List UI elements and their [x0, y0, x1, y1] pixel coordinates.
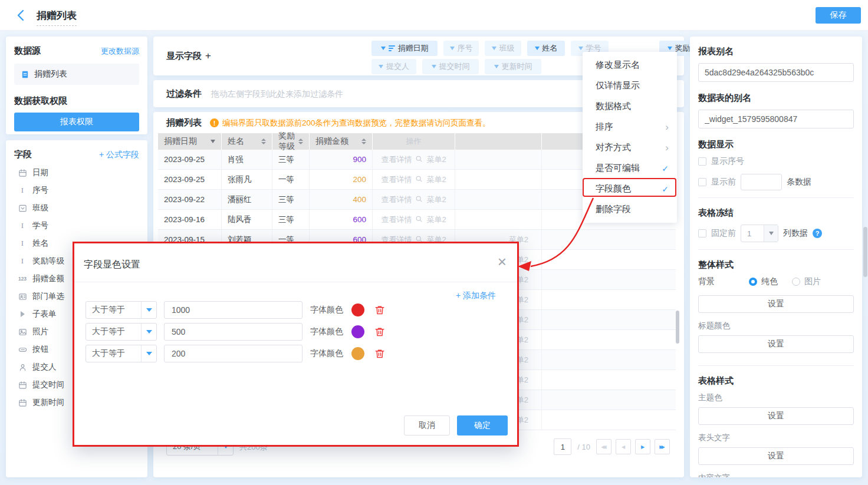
column-header-amount[interactable]: 捐赠金额 — [310, 133, 373, 150]
image-label: 图片 — [804, 276, 821, 287]
table-scrollbar[interactable] — [676, 248, 679, 424]
check-icon: ✓ — [662, 184, 669, 194]
trash-icon[interactable] — [374, 326, 385, 337]
menu-item-sort[interactable]: 排序› — [583, 117, 677, 137]
color-swatch[interactable] — [351, 325, 364, 338]
table-alias-input[interactable] — [698, 110, 854, 128]
field-item-serial[interactable]: I 序号 — [14, 182, 139, 199]
sort-icon[interactable] — [298, 138, 303, 144]
field-item-date[interactable]: 日期 — [14, 164, 139, 182]
page-number-input[interactable] — [554, 438, 571, 455]
close-icon[interactable]: × — [498, 254, 507, 269]
menu-item-detail-only[interactable]: 仅详情显示 — [583, 75, 677, 96]
chip-class[interactable]: 班级 — [485, 41, 521, 56]
column-header-name[interactable]: 姓名 — [222, 133, 272, 150]
menu2-link[interactable]: 菜单2 — [426, 194, 446, 205]
formula-field-link[interactable]: + 公式字段 — [99, 150, 139, 160]
operator-select[interactable]: 大于等于 — [86, 323, 157, 341]
menu-item-align[interactable]: 对齐方式› — [583, 137, 677, 158]
sort-icon[interactable] — [361, 138, 366, 144]
condition-row: 大于等于 字体颜色 — [86, 323, 385, 341]
field-color-modal: 字段显色设置 × + 添加条件 大于等于 字体颜色 大于等于 字体颜色 大于等于… — [73, 242, 519, 447]
fix-first-suffix: 列数据 — [783, 228, 808, 239]
sort-desc-icon — [389, 45, 395, 51]
magnifier-icon[interactable] — [415, 175, 423, 184]
title-color-set-button[interactable]: 设置 — [698, 335, 854, 353]
column-header-date[interactable]: 捐赠日期 — [158, 133, 222, 150]
menu-item-data-format[interactable]: 数据格式 — [583, 96, 677, 117]
magnifier-icon[interactable] — [415, 215, 423, 225]
first-page-button[interactable]: ◀◀ — [596, 439, 611, 454]
filter-dropzone[interactable]: 拖动左侧字段到此处来添加过滤条件 — [211, 89, 343, 100]
subform-expand-icon — [18, 309, 27, 319]
prev-page-button[interactable]: ◀ — [616, 439, 631, 454]
fix-first-checkbox[interactable] — [698, 229, 706, 237]
sort-icon[interactable] — [261, 138, 266, 144]
chip-submit-time[interactable]: 提交时间 — [422, 59, 479, 74]
calendar-icon — [18, 168, 27, 177]
datasource-item[interactable]: 捐赠列表 — [14, 64, 139, 85]
warning-icon: ! — [210, 118, 219, 127]
freeze-label: 表格冻结 — [698, 207, 854, 219]
condition-value-input[interactable] — [164, 345, 303, 362]
next-page-button[interactable]: ▶ — [635, 439, 650, 454]
cancel-button[interactable]: 取消 — [404, 415, 450, 435]
condition-value-input[interactable] — [164, 301, 303, 319]
back-icon[interactable] — [15, 9, 27, 22]
last-page-button[interactable]: ▶▶ — [655, 439, 670, 454]
page-title[interactable]: 捐赠列表 — [37, 9, 77, 26]
theme-color-set-button[interactable]: 设置 — [698, 407, 854, 425]
operator-select[interactable]: 大于等于 — [86, 301, 157, 319]
fix-columns-select[interactable]: 1 — [741, 225, 778, 242]
menu2-link[interactable]: 菜单2 — [426, 174, 446, 185]
confirm-button[interactable]: 确定 — [457, 415, 508, 435]
sort-down-icon[interactable] — [211, 140, 215, 143]
field-item-student-id[interactable]: I 学号 — [14, 217, 139, 235]
report-permission-button[interactable]: 报表权限 — [14, 113, 139, 131]
add-display-field-icon[interactable]: + — [205, 50, 211, 61]
chip-donation-date[interactable]: 捐赠日期 — [371, 41, 438, 56]
menu-item-field-color[interactable]: 字段颜色✓ — [583, 179, 677, 199]
menu-item-editable[interactable]: 是否可编辑✓ — [583, 158, 677, 179]
add-condition-link[interactable]: + 添加条件 — [456, 291, 496, 301]
menu2-link[interactable]: 菜单2 — [426, 215, 446, 225]
magnifier-icon[interactable] — [415, 155, 423, 164]
calendar-icon — [18, 398, 27, 407]
text-icon: I — [18, 256, 27, 266]
trash-icon[interactable] — [374, 348, 385, 359]
show-first-count-input[interactable] — [741, 174, 782, 190]
background-set-button[interactable]: 设置 — [698, 295, 854, 313]
chip-name[interactable]: 姓名 — [527, 41, 565, 56]
operator-select[interactable]: 大于等于 — [86, 345, 157, 362]
chip-serial[interactable]: 序号 — [443, 41, 479, 56]
header-text-set-button[interactable]: 设置 — [698, 447, 854, 465]
menu-item-delete-field[interactable]: 删除字段 — [583, 199, 677, 220]
trash-icon[interactable] — [374, 305, 385, 315]
view-detail-link[interactable]: 查看详情 — [381, 174, 412, 185]
view-detail-link[interactable]: 查看详情 — [381, 154, 412, 165]
menu-item-rename[interactable]: 修改显示名 — [583, 55, 677, 75]
magnifier-icon[interactable] — [415, 195, 423, 204]
chip-update-time[interactable]: 更新时间 — [485, 59, 541, 74]
column-header-grade[interactable]: 奖励等级 — [272, 133, 310, 150]
condition-value-input[interactable] — [164, 323, 303, 341]
report-alias-input[interactable] — [698, 63, 854, 82]
view-detail-link[interactable]: 查看详情 — [381, 194, 412, 205]
show-first-checkbox[interactable] — [698, 178, 706, 186]
color-swatch[interactable] — [351, 303, 364, 316]
solid-radio[interactable] — [749, 278, 757, 286]
show-index-checkbox[interactable] — [698, 157, 706, 166]
menu2-link[interactable]: 菜单2 — [426, 154, 446, 165]
color-swatch[interactable] — [351, 347, 364, 360]
help-icon[interactable]: ? — [813, 229, 822, 238]
save-button[interactable]: 保存 — [816, 7, 861, 24]
filter-label: 过滤条件 — [166, 88, 202, 100]
chevron-down-icon — [535, 47, 540, 50]
image-radio[interactable] — [792, 278, 800, 286]
window-scrollbar[interactable] — [863, 227, 867, 277]
change-datasource-link[interactable]: 更改数据源 — [101, 46, 139, 57]
view-detail-link[interactable]: 查看详情 — [381, 215, 412, 225]
field-item-class[interactable]: 班级 — [14, 199, 139, 217]
chip-submitter[interactable]: 提交人 — [371, 59, 416, 74]
scrollbar-thumb[interactable] — [676, 311, 679, 344]
